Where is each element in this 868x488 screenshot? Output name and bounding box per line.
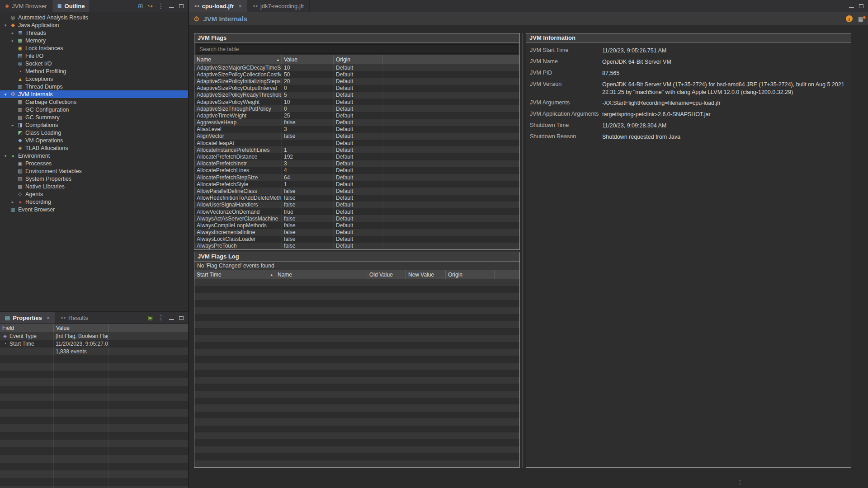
tree-item-compilations[interactable]: ▸◨Compilations [0, 121, 188, 129]
flag-row[interactable]: AllowParallelDefineClassfalseDefault [194, 188, 519, 194]
column-header-origin[interactable]: Origin [446, 270, 495, 279]
flag-row[interactable]: AllocatePrefetchDistance192Default [194, 153, 519, 160]
column-header-new-value[interactable]: New Value [406, 270, 446, 279]
tree-item-native-libraries[interactable]: ▩Native Libraries [0, 183, 188, 190]
search-input[interactable] [196, 44, 518, 54]
flag-row[interactable]: AggressiveHeapfalseDefault [194, 119, 519, 126]
flag-row[interactable]: AdaptiveSizePolicyWeight10Default [194, 99, 519, 105]
flag-row[interactable]: AllocatePrefetchLines4Default [194, 167, 519, 174]
image-icon[interactable]: ▣ [148, 315, 153, 320]
tab-jvm-browser[interactable]: ◈ JVM Browser [0, 0, 52, 12]
back-arrow-icon[interactable]: ↪ [148, 3, 153, 9]
jvm-flags-table-body[interactable]: AdaptiveSizeMajorGCDecayTimeScale10Defau… [194, 64, 519, 249]
tree-item-class-loading[interactable]: ◩Class Loading [0, 129, 188, 136]
chevron-right-icon[interactable]: ▸ [9, 200, 16, 204]
tree-item-recording[interactable]: ▸●Recording [0, 198, 188, 206]
flag-row[interactable]: AllocatePrefetchStepSize64Default [194, 174, 519, 181]
minimize-icon[interactable] [849, 4, 854, 8]
tree-item-garbage-collections[interactable]: ▦Garbage Collections [0, 98, 188, 106]
flag-row[interactable]: AdaptiveSizeMajorGCDecayTimeScale10Defau… [194, 64, 519, 71]
flag-row[interactable]: AlwaysCompileLoopMethodsfalseDefault [194, 222, 519, 229]
property-row[interactable]: ◔Start Time11/20/2023, 9:05:27.00 [0, 340, 188, 347]
property-row[interactable]: 1,838 events [0, 347, 188, 355]
editor-tab-jdk7-recording[interactable]: ∘∘ jdk7-recording.jfr [247, 0, 310, 12]
tree-item-system-properties[interactable]: ▨System Properties [0, 175, 188, 183]
tree-item-tlab-allocations[interactable]: ◈TLAB Allocations [0, 144, 188, 152]
toolbar-corner-icon[interactable]: ◆ [863, 15, 866, 19]
minimize-icon[interactable] [169, 316, 174, 320]
column-header-name[interactable]: Name▴ [194, 55, 282, 64]
chevron-right-icon[interactable]: ▸ [9, 38, 16, 43]
column-header-value[interactable]: Value [54, 324, 108, 332]
flag-row[interactable]: AliasLevel3Default [194, 126, 519, 133]
column-header-old-value[interactable]: Old Value [367, 270, 406, 279]
view-menu-icon[interactable]: ⋮ [158, 3, 164, 9]
flag-row[interactable]: AllowUserSignalHandlersfalseDefault [194, 202, 519, 208]
flag-row[interactable]: AdaptiveSizePolicyInitializingSteps20Def… [194, 78, 519, 84]
tree-item-threads[interactable]: ▸≣Threads [0, 29, 188, 37]
maximize-icon[interactable] [179, 4, 184, 8]
column-header-origin[interactable]: Origin [334, 55, 382, 64]
flag-row[interactable]: AllocatePrefetchInstr3Default [194, 160, 519, 167]
maximize-icon[interactable] [179, 316, 184, 320]
flag-row[interactable]: AllocatePrefetchStyle1Default [194, 181, 519, 188]
tree-item-environment-variables[interactable]: ▧Environment Variables [0, 167, 188, 175]
chevron-down-icon[interactable]: ▾ [2, 23, 9, 28]
tree-item-jvm-internals[interactable]: ▾⚙JVM Internals [0, 90, 188, 98]
tree-item-vm-operations[interactable]: ◆VM Operations [0, 136, 188, 144]
close-icon[interactable]: × [239, 3, 242, 9]
editor-tab-cpu-load[interactable]: ∘∘ cpu-load.jfr × [189, 0, 247, 12]
flag-row[interactable]: AllocateInstancePrefetchLines1Default [194, 146, 519, 153]
tree-item-automated-analysis-results[interactable]: ◎Automated Analysis Results [0, 14, 188, 21]
new-connection-icon[interactable]: ⊞ [138, 3, 143, 9]
flag-row[interactable]: AllowRedefinitionToAddDeleteMethodsfalse… [194, 195, 519, 202]
tree-item-processes[interactable]: ▣Processes [0, 160, 188, 167]
chevron-right-icon[interactable]: ▸ [9, 123, 16, 127]
tab-outline[interactable]: ≣ Outline [52, 0, 90, 12]
column-header-start-time[interactable]: Start Time▴ [194, 270, 275, 279]
flag-row[interactable]: AlwaysLockClassLoaderfalseDefault [194, 236, 519, 243]
tree-item-gc-summary[interactable]: ▤GC Summary [0, 113, 188, 121]
column-header-value[interactable]: Value [282, 55, 334, 64]
flag-row[interactable]: AllowVectorizeOnDemandtrueDefault [194, 208, 519, 215]
flag-row[interactable]: AlwaysActAsServerClassMachinefalseDefaul… [194, 215, 519, 222]
close-icon[interactable]: × [47, 314, 50, 321]
properties-table-body[interactable]: ◈Event Type[Int Flag, Boolean Flag◔Start… [0, 332, 188, 488]
tab-properties[interactable]: ▤ Properties × [0, 312, 55, 324]
flag-row[interactable]: AlignVectorfalseDefault [194, 133, 519, 140]
splitter-handle[interactable] [523, 33, 523, 468]
tree-item-environment[interactable]: ▾●Environment [0, 152, 188, 160]
flag-row[interactable]: AlwaysIncrementalInlinefalseDefault [194, 229, 519, 236]
tree-item-memory[interactable]: ▸▦Memory [0, 37, 188, 44]
flag-row[interactable]: AlwaysPreTouchfalseDefault [194, 243, 519, 249]
tree-item-java-application[interactable]: ▾◆Java Application [0, 21, 188, 29]
flag-row[interactable]: AdaptiveSizeThroughPutPolicy0Default [194, 105, 519, 112]
flag-row[interactable]: AllocateHeapAtDefault [194, 140, 519, 146]
tree-item-socket-i-o[interactable]: ◎Socket I/O [0, 60, 188, 67]
flag-row[interactable]: AdaptiveSizePolicyOutputInterval0Default [194, 85, 519, 92]
column-header-field[interactable]: Field [0, 324, 54, 332]
column-header-name[interactable]: Name [275, 270, 367, 279]
chevron-down-icon[interactable]: ▾ [2, 154, 9, 158]
tree-item-agents[interactable]: ◇Agents [0, 190, 188, 198]
view-menu-icon[interactable]: ⋮ [158, 314, 164, 321]
tree-item-thread-dumps[interactable]: ▥Thread Dumps [0, 83, 188, 90]
property-row[interactable]: ◈Event Type[Int Flag, Boolean Flag [0, 332, 188, 340]
tree-item-file-i-o[interactable]: ▤File I/O [0, 52, 188, 60]
tree-item-lock-instances[interactable]: ◉Lock Instances [0, 44, 188, 52]
status-overflow-icon[interactable]: ⋮ [737, 479, 743, 486]
flag-row[interactable]: AdaptiveSizePolicyReadyThreshold5Default [194, 92, 519, 99]
empty-cell [54, 424, 108, 432]
flag-row[interactable]: AdaptiveSizePolicyCollectionCostMargin50… [194, 71, 519, 78]
tree-item-method-profiling[interactable]: ◔Method Profiling [0, 67, 188, 75]
tree-item-exceptions[interactable]: ▲Exceptions [0, 75, 188, 83]
tree-item-gc-configuration[interactable]: ▥GC Configuration [0, 106, 188, 113]
maximize-icon[interactable] [859, 4, 863, 8]
chevron-right-icon[interactable]: ▸ [9, 31, 16, 35]
results-info-icon[interactable]: i [846, 15, 853, 22]
tree-item-event-browser[interactable]: ▥Event Browser [0, 206, 188, 213]
flag-row[interactable]: AdaptiveTimeWeight25Default [194, 112, 519, 119]
tab-results[interactable]: ∘∘ Results [55, 312, 93, 324]
minimize-icon[interactable] [169, 4, 174, 8]
chevron-down-icon[interactable]: ▾ [2, 92, 9, 97]
